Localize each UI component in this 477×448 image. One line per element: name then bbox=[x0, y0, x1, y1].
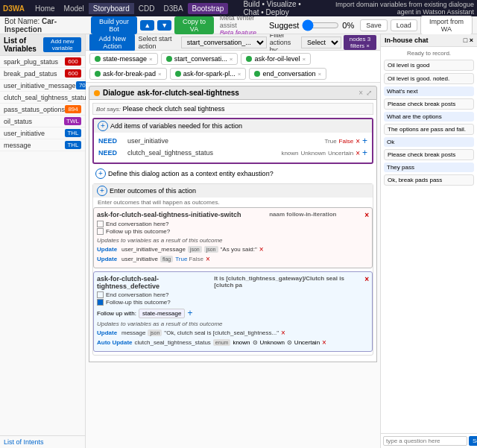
list-item[interactable]: user_initiative_message 700 bbox=[0, 80, 85, 92]
actions-toolbar: Add New Action Select start action start… bbox=[86, 34, 380, 51]
needs-content: NEED user_initiative True False × + NEED bbox=[94, 133, 372, 163]
followup-checkbox[interactable] bbox=[97, 228, 104, 235]
chat-status: Ready to record. bbox=[384, 50, 474, 57]
action-chip-oil-level[interactable]: ask-for-oil-level × bbox=[241, 53, 311, 65]
build-bot-button[interactable]: Build your Bot bbox=[91, 16, 137, 34]
import-wa-button[interactable]: Import from WA bbox=[420, 16, 473, 35]
list-of-intents-link[interactable]: List of Intents bbox=[0, 435, 85, 448]
actions-row: state-message × start_conversati... × as… bbox=[86, 51, 380, 83]
list-item[interactable]: oil_status TWL bbox=[0, 116, 85, 127]
dialog-header: Dialogue ask-for-clutch-seal-tightness ×… bbox=[89, 86, 377, 100]
close-icon[interactable]: × bbox=[158, 71, 162, 78]
suggest-slider[interactable] bbox=[302, 21, 339, 30]
chat-messages: Ready to record. Oil level is good Oil l… bbox=[381, 47, 477, 433]
dialog-expand-button[interactable]: ⤢ bbox=[366, 89, 372, 97]
need-remove-icon[interactable]: × bbox=[356, 137, 360, 145]
load-button[interactable]: Load bbox=[391, 19, 417, 31]
download-icon-btn[interactable]: ▼ bbox=[157, 20, 171, 31]
needs-plus-icon[interactable]: + bbox=[98, 121, 108, 131]
add-variable-button[interactable]: Add new variable bbox=[43, 37, 81, 52]
list-item[interactable]: spark_plug_status 600 bbox=[0, 56, 85, 68]
nav-d3ba[interactable]: D3BA bbox=[159, 3, 187, 14]
chat-message-2: Oil level is good. noted. bbox=[384, 73, 474, 84]
dialog-area: Dialogue ask-for-clutch-seal-tightness ×… bbox=[86, 83, 380, 448]
outcomes-header[interactable]: + Enter outcomes of this action bbox=[93, 184, 373, 198]
followup-checkbox-2[interactable] bbox=[97, 299, 104, 306]
action-chip-start-conversation[interactable]: start_conversati... × bbox=[161, 53, 238, 65]
update-remove-icon[interactable]: × bbox=[281, 329, 285, 337]
chat-message-6: The options are pass and fail. bbox=[384, 124, 474, 135]
save-button[interactable]: Save bbox=[360, 19, 388, 31]
close-icon[interactable]: × bbox=[238, 71, 241, 78]
list-item[interactable]: user_initiative THL bbox=[0, 127, 85, 139]
need-remove-icon[interactable]: × bbox=[356, 149, 360, 157]
nav-home[interactable]: Home bbox=[31, 3, 60, 14]
chat-input[interactable] bbox=[383, 436, 467, 446]
close-icon[interactable]: × bbox=[318, 71, 321, 78]
dialog-close-button[interactable]: × bbox=[358, 89, 363, 97]
copy-to-va-button[interactable]: Copy to VA bbox=[174, 16, 214, 34]
chat-message-3[interactable]: What's next bbox=[384, 86, 474, 96]
end-conv-checkbox[interactable] bbox=[97, 221, 104, 227]
outcome-close-icon[interactable]: × bbox=[364, 211, 369, 219]
chat-send-button[interactable]: Send bbox=[469, 436, 477, 446]
update-remove-icon[interactable]: × bbox=[322, 338, 326, 347]
green-dot-icon bbox=[175, 71, 181, 77]
select-action-label: Select start action bbox=[138, 35, 177, 50]
chat-message-7[interactable]: Ok bbox=[384, 137, 474, 147]
action-chip-spark-pl[interactable]: ask-for-spark-pl... × bbox=[170, 68, 247, 80]
followup-add-icon[interactable]: + bbox=[187, 308, 192, 318]
outcomes-subtext: Enter outcomes that will happen as outco… bbox=[93, 198, 373, 207]
chat-message-10: Ok, break pads pass bbox=[384, 174, 474, 186]
close-icon[interactable]: × bbox=[302, 56, 306, 63]
list-item[interactable]: clutch_seal_tightness_status 894 bbox=[0, 92, 85, 104]
outcomes-plus-icon[interactable]: + bbox=[97, 186, 107, 196]
outcome-block-2: ask-for-clutch-seal-tightness_defective … bbox=[93, 271, 373, 352]
nav-model[interactable]: Model bbox=[60, 3, 89, 14]
end-conv-option: End conversation here? bbox=[97, 221, 369, 227]
needs-header[interactable]: + Add items of variables needed for this… bbox=[94, 119, 372, 133]
need-add-icon[interactable]: + bbox=[362, 136, 367, 146]
outcome-1-name: ask-for-clutch-seal-tightness-initiative… bbox=[97, 211, 369, 219]
chat-message-8: Please check break posts bbox=[384, 149, 474, 160]
outcome-close-icon[interactable]: × bbox=[364, 275, 369, 290]
need-row-2: NEED clutch_seal_tightness_status known … bbox=[98, 148, 367, 158]
action-chip-break-pad[interactable]: ask-for-break-pad × bbox=[89, 68, 167, 80]
action-chip-end-conversation[interactable]: end_conversation × bbox=[249, 68, 326, 80]
updates-label-1: Updates to variables as a result of this… bbox=[97, 237, 369, 244]
update-remove-icon[interactable]: × bbox=[206, 255, 210, 263]
need-add-icon[interactable]: + bbox=[362, 148, 367, 158]
sub-header: Bot Name: Car-Inspection Build your Bot … bbox=[0, 16, 477, 34]
nav-bootstrap[interactable]: Bootstrap bbox=[188, 3, 229, 14]
action-chip-state-message[interactable]: state-message × bbox=[89, 53, 158, 65]
bot-name-label: Bot Name: Car-Inspection bbox=[4, 17, 82, 34]
add-action-button[interactable]: Add New Action bbox=[89, 34, 135, 51]
center-area: Add New Action Select start action start… bbox=[86, 34, 380, 448]
update-row-2: Update user_initiative flag True False × bbox=[97, 255, 369, 263]
list-item[interactable]: pass_status_options 894 bbox=[0, 104, 85, 116]
close-icon[interactable]: × bbox=[149, 56, 153, 63]
update-remove-icon[interactable]: × bbox=[259, 245, 264, 253]
filter-select[interactable]: Select bbox=[301, 37, 341, 48]
close-icon[interactable]: × bbox=[230, 56, 233, 63]
end-conv-checkbox-2[interactable] bbox=[97, 291, 104, 298]
bot-says-row: Bot says: Please check clutch seal tight… bbox=[92, 103, 373, 115]
nav-storyboard[interactable]: Storyboard bbox=[89, 3, 134, 14]
import-domain-text: Import domain variables from existing di… bbox=[318, 1, 474, 16]
outcome-2-name: ask-for-clutch-seal-tightness_defective … bbox=[97, 275, 369, 290]
meta-writer-label: Meta Writer assist Beta feature bbox=[220, 14, 266, 37]
true-false-toggle[interactable]: True False bbox=[175, 256, 203, 262]
entity-exhaustion-row: + Define this dialog action as a context… bbox=[92, 167, 373, 180]
start-action-select[interactable]: start_conversation_... bbox=[181, 37, 267, 48]
followup-state-chip[interactable]: state-message bbox=[139, 309, 185, 318]
list-item[interactable]: break_pad_status 600 bbox=[0, 68, 85, 80]
upload-icon-btn[interactable]: ▲ bbox=[140, 20, 154, 31]
chat-message-9[interactable]: They pass bbox=[384, 163, 474, 172]
chat-message-5[interactable]: What are the options bbox=[384, 112, 474, 122]
outcomes-section: + Enter outcomes of this action Enter ou… bbox=[92, 183, 373, 356]
nodes-filter-button[interactable]: nodes 3 filters × bbox=[344, 35, 376, 50]
chat-controls: □ × bbox=[464, 37, 473, 44]
entity-plus-icon[interactable]: + bbox=[95, 168, 106, 179]
list-item[interactable]: message THL bbox=[0, 139, 85, 151]
nav-cdd[interactable]: CDD bbox=[134, 3, 159, 14]
